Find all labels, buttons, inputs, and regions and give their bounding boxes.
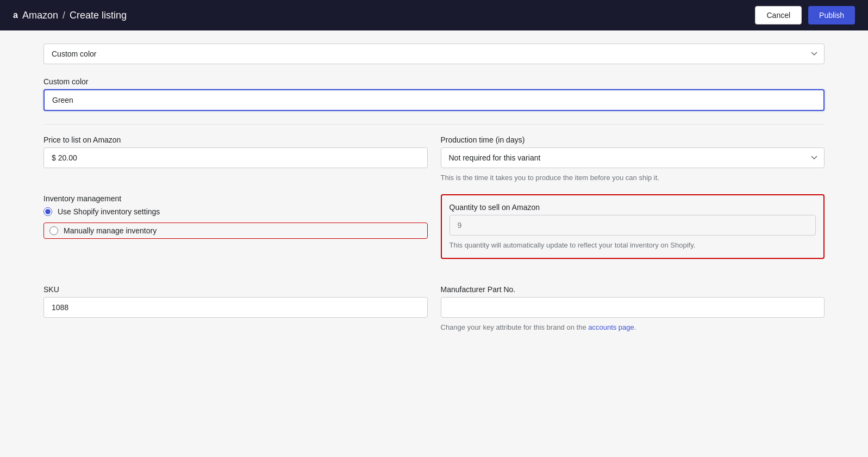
price-section: Price to list on Amazon bbox=[43, 135, 428, 183]
radio-shopify-label: Use Shopify inventory settings bbox=[58, 207, 160, 216]
quantity-label: Quantity to sell on Amazon bbox=[449, 203, 816, 212]
manufacturer-input[interactable] bbox=[441, 297, 825, 318]
manufacturer-label: Manufacturer Part No. bbox=[441, 285, 825, 294]
publish-button[interactable]: Publish bbox=[808, 6, 855, 24]
production-time-section: Production time (in days) Not required f… bbox=[441, 135, 825, 183]
cancel-button[interactable]: Cancel bbox=[755, 6, 802, 24]
quantity-input[interactable] bbox=[449, 215, 816, 236]
sku-manufacturer-row: SKU Manufacturer Part No. Change your ke… bbox=[43, 285, 825, 333]
sku-label: SKU bbox=[43, 285, 428, 294]
quantity-help: This quantity will automatically update … bbox=[449, 240, 816, 251]
sku-section: SKU bbox=[43, 285, 428, 333]
production-time-dropdown[interactable]: Not required for this variant 1 day 2 da… bbox=[441, 147, 825, 168]
inventory-radio-group: Use Shopify inventory settings Manually … bbox=[43, 207, 428, 239]
sku-input[interactable] bbox=[43, 297, 428, 318]
quantity-section: Quantity to sell on Amazon This quantity… bbox=[441, 194, 825, 260]
breadcrumb: a Amazon / Create listing bbox=[13, 10, 127, 21]
inventory-management-label: Inventory management bbox=[43, 194, 428, 203]
price-input[interactable] bbox=[43, 147, 428, 168]
radio-manual[interactable]: Manually manage inventory bbox=[43, 223, 428, 239]
inventory-quantity-row: Inventory management Use Shopify invento… bbox=[43, 194, 825, 260]
manufacturer-help-prefix: Change your key attribute for this brand… bbox=[441, 323, 589, 331]
manufacturer-help-suffix: . bbox=[634, 323, 636, 331]
radio-shopify[interactable]: Use Shopify inventory settings bbox=[43, 207, 428, 216]
custom-color-section: Custom color bbox=[43, 77, 825, 111]
main-content: Custom color Custom color Price to list … bbox=[0, 30, 868, 346]
breadcrumb-separator: / bbox=[63, 10, 65, 21]
page-title: Create listing bbox=[70, 10, 127, 21]
radio-shopify-input[interactable] bbox=[43, 207, 52, 216]
price-production-row: Price to list on Amazon Production time … bbox=[43, 135, 825, 183]
header-actions: Cancel Publish bbox=[755, 6, 855, 24]
radio-manual-label: Manually manage inventory bbox=[64, 226, 157, 235]
production-time-label: Production time (in days) bbox=[441, 135, 825, 144]
amazon-logo: a bbox=[13, 10, 18, 20]
custom-color-label: Custom color bbox=[43, 77, 825, 86]
top-color-dropdown-wrapper: Custom color bbox=[43, 44, 825, 64]
manufacturer-section: Manufacturer Part No. Change your key at… bbox=[441, 285, 825, 333]
inventory-management-section: Inventory management Use Shopify invento… bbox=[43, 194, 428, 260]
custom-color-input[interactable] bbox=[43, 89, 825, 111]
divider-1 bbox=[43, 124, 825, 125]
top-color-dropdown[interactable]: Custom color bbox=[43, 44, 825, 64]
brand-name: Amazon bbox=[22, 10, 58, 21]
page-header: a Amazon / Create listing Cancel Publish bbox=[0, 0, 868, 30]
accounts-page-link[interactable]: accounts page bbox=[588, 323, 634, 331]
radio-manual-input[interactable] bbox=[49, 226, 58, 235]
price-label: Price to list on Amazon bbox=[43, 135, 428, 144]
production-time-help: This is the time it takes you to produce… bbox=[441, 172, 825, 183]
manufacturer-help: Change your key attribute for this brand… bbox=[441, 322, 825, 333]
